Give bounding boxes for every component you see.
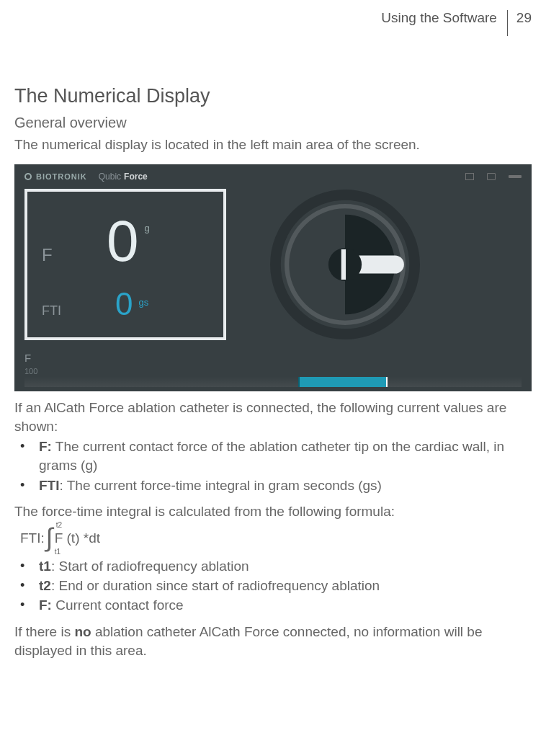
intro-text: The numerical display is located in the … (14, 135, 532, 154)
bottom-100-label: 100 (24, 367, 522, 375)
ss-body: F 0 g FTI 0 gs (14, 184, 532, 340)
list-text: : Start of radiofrequency ablation (51, 559, 249, 574)
force-gauge (269, 189, 421, 340)
list-text: Current contact force (52, 597, 184, 613)
list-item: t1: Start of radiofrequency ablation (14, 557, 532, 576)
values-list: F: The current contact force of the abla… (14, 437, 532, 495)
fti-formula: FTI: t2 ∫ t1 F (t) *dt (20, 527, 532, 550)
para-3: If there is no ablation catheter AlCath … (14, 623, 532, 660)
product-label-2: Force (124, 172, 148, 182)
list-item: t2: End or duration since start of radio… (14, 577, 532, 595)
brand-label: BIOTRONIK (36, 172, 87, 181)
ss-titlebar: BIOTRONIK Qubic Force (14, 164, 532, 184)
list-bold: F: (39, 439, 52, 454)
force-value: 0 (107, 215, 139, 267)
formula-body: F (t) *dt (55, 530, 100, 546)
definitions-list: t1: Start of radiofrequency ablation t2:… (14, 557, 532, 615)
page-header: Using the Software 29 (14, 7, 532, 50)
para-1: If an AlCath Force ablation catheter is … (14, 399, 532, 436)
para-2: The force-time integral is calculated fr… (14, 502, 532, 521)
titlebar-icons (465, 173, 522, 180)
force-bar-segment (298, 377, 388, 387)
page-number: 29 (508, 10, 532, 36)
section-title: Using the Software (381, 10, 508, 36)
force-unit: g (145, 223, 150, 234)
heading-2: General overview (14, 115, 532, 131)
fti-unit: gs (138, 297, 148, 308)
minimize-icon (509, 175, 522, 178)
para3-bold: no (74, 624, 91, 639)
integral-upper: t2 (56, 521, 62, 529)
logo-icon (24, 173, 32, 180)
list-text: The current contact force of the ablatio… (39, 439, 504, 473)
folder-icon (487, 173, 496, 180)
integral-symbol: ∫ (46, 522, 53, 552)
list-text: : End or duration since start of radiofr… (51, 578, 380, 593)
force-bar-track (24, 377, 522, 387)
list-item: F: The current contact force of the abla… (14, 437, 532, 475)
list-bold: t1 (39, 559, 51, 574)
integral-sign: t2 ∫ t1 (46, 527, 53, 550)
svg-rect-4 (341, 249, 346, 280)
para3-a: If there is (14, 624, 74, 639)
formula-lhs: FTI: (20, 530, 45, 546)
numerical-panel: F 0 g FTI 0 gs (24, 189, 226, 340)
product-label-1: Qubic (99, 172, 121, 182)
list-bold: FTI (39, 478, 60, 493)
list-bold: t2 (39, 578, 51, 593)
fti-row: FTI 0 gs (42, 290, 209, 319)
force-label: F (42, 245, 85, 265)
camera-icon (465, 173, 474, 180)
list-item: FTI: The current force-time integral in … (14, 476, 532, 495)
list-item: F: Current contact force (14, 596, 532, 615)
force-row: F 0 g (42, 215, 209, 267)
bottom-f-label: F (24, 352, 522, 364)
list-text: : The current force-time integral in gra… (60, 478, 382, 493)
fti-label: FTI (42, 303, 85, 319)
integral-lower: t1 (55, 548, 61, 556)
list-bold: F: (39, 597, 52, 613)
heading-1: The Numerical Display (14, 85, 532, 107)
software-screenshot: BIOTRONIK Qubic Force F 0 g FTI 0 gs (14, 164, 532, 391)
ss-bottom-bar: F 100 (14, 352, 532, 391)
fti-value: 0 (115, 290, 133, 319)
